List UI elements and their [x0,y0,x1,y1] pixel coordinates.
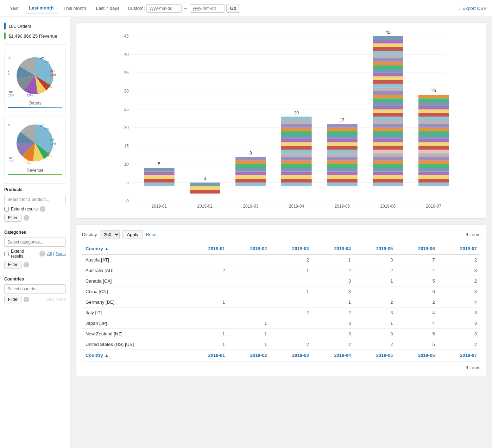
svg-text:0: 0 [126,198,129,203]
col-may-header[interactable]: 2019-05 [354,243,396,254]
last-month-btn[interactable]: Last month [25,3,58,13]
countries-select-input[interactable] [4,284,66,294]
categories-filter-btn[interactable]: Filter [4,261,21,269]
products-filter-help-icon[interactable]: ? [24,215,29,221]
svg-rect-79 [281,139,312,142]
countries-title: Countries [4,277,66,282]
apply-btn[interactable]: Apply [122,230,143,239]
svg-rect-65 [235,157,266,160]
footer-col-country[interactable]: Country ▲ [82,350,179,361]
products-help-icon[interactable]: ? [40,206,45,212]
countries-filter-btn[interactable]: Filter [4,296,21,303]
export-csv-btn[interactable]: ↓ Export CSV [459,6,486,11]
col-apr-header[interactable]: 2019-04 [313,243,354,254]
categories-extend-checkbox[interactable] [4,252,9,256]
categories-filter-help-icon[interactable]: ? [24,262,29,267]
display-label: Display [82,232,97,237]
products-extend-checkbox[interactable] [4,207,9,212]
col-country-header[interactable]: Country ▲ [82,243,179,254]
table-row: Canada [CA] 3 1 5 2 [82,276,480,286]
svg-text:2019-02: 2019-02 [197,204,213,209]
data-table: Country ▲ 2019-01 2019-02 2019-03 2019-0… [82,243,480,361]
svg-rect-108 [373,171,403,175]
year-btn[interactable]: Year [6,4,23,13]
svg-rect-73 [281,160,312,164]
product-search-input[interactable] [4,195,66,204]
svg-rect-50 [144,175,175,179]
categories-help-icon[interactable]: ? [39,251,45,257]
cell-jun: 4 [396,265,438,276]
svg-text:25: 25 [431,88,436,93]
svg-rect-136 [373,69,403,72]
svg-rect-133 [373,80,403,83]
col-mar-header[interactable]: 2019-03 [271,243,313,254]
cell-jul: 3 [439,329,480,339]
cell-feb [228,276,270,286]
footer-col-jul[interactable]: 2019-07 [439,350,480,361]
date-from-input[interactable] [146,4,182,13]
svg-rect-87 [327,183,358,186]
col-jan-header[interactable]: 2019-01 [187,243,228,254]
svg-rect-111 [373,160,403,164]
table-row: United States (US) [US] 1 1 2 2 2 5 2 [82,339,480,350]
svg-text:8: 8 [250,150,252,155]
svg-rect-83 [281,124,312,127]
cell-jan [187,308,228,318]
cell-mar [271,318,313,329]
col-jun-header[interactable]: 2019-06 [396,243,438,254]
svg-text:5: 5 [158,162,160,166]
cell-mar [271,276,313,286]
cell-jul: 3 [439,265,480,276]
svg-rect-110 [373,164,403,168]
table-container: Display 250 50 100 Apply Reset 9 items C… [76,224,486,376]
svg-rect-114 [373,150,403,153]
svg-rect-101 [327,131,358,135]
footer-col-jan[interactable]: 2019-01 [187,350,228,361]
go-btn[interactable]: Go [226,4,240,13]
svg-text:Others: Others [8,56,11,59]
svg-rect-167 [418,109,449,113]
svg-text:CA: CA [50,138,55,142]
countries-filter-help-icon[interactable]: ? [24,297,29,302]
svg-rect-102 [327,128,358,131]
svg-rect-138 [373,62,403,65]
table-controls: Display 250 50 100 Apply Reset 9 items [82,230,480,239]
cell-may: 2 [354,339,396,350]
col-blank-header [179,243,187,254]
svg-text:15%: 15% [8,159,14,163]
footer-col-jun[interactable]: 2019-06 [396,350,438,361]
footer-col-may[interactable]: 2019-05 [354,350,396,361]
cell-country: New Zealand [NZ] [82,329,179,339]
reset-btn[interactable]: Reset [146,232,158,237]
col-feb-header[interactable]: 2019-02 [228,243,270,254]
footer-col-mar[interactable]: 2019-03 [271,350,313,361]
svg-rect-112 [373,157,403,160]
categories-select-input[interactable] [4,238,66,247]
categories-extend-label: Extend results [11,249,37,259]
table-header-row: Country ▲ 2019-01 2019-02 2019-03 2019-0… [82,243,480,254]
svg-text:CN: CN [46,82,50,86]
date-to-input[interactable] [190,4,225,13]
cell-country: Austria [AT] [82,254,179,265]
cell-apr: 3 [313,276,354,286]
cell-jul: 2 [439,254,480,265]
svg-rect-144 [373,40,403,43]
this-month-btn[interactable]: This month [59,4,90,13]
col-jul-header[interactable]: 2019-07 [439,243,480,254]
svg-rect-130 [373,91,403,95]
display-select[interactable]: 250 50 100 [100,230,120,239]
categories-none-btn[interactable]: None [56,251,66,256]
footer-col-feb[interactable]: 2019-02 [228,350,270,361]
last7-btn[interactable]: Last 7 days [92,4,124,13]
countries-filter-btn-row: Filter ? All | None [4,296,66,303]
products-filter-btn[interactable]: Filter [4,214,21,222]
footer-col-apr[interactable]: 2019-04 [313,350,354,361]
svg-rect-61 [235,171,266,175]
revenue-pie-title: Revenue [8,168,62,173]
categories-all-btn[interactable]: All [47,251,52,256]
svg-rect-116 [373,142,403,146]
table-footer-row: Country ▲ 2019-01 2019-02 2019-03 2019-0… [82,350,480,361]
revenue-stat: $1,490,866.25 Revenue [4,31,66,41]
svg-text:25: 25 [124,107,129,112]
cell-jul: 3 [439,318,480,329]
